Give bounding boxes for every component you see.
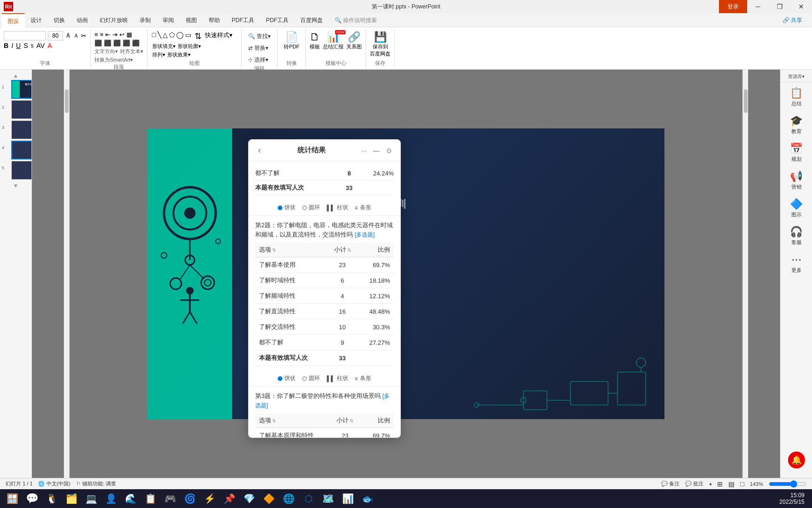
shape-triangle[interactable]: △ [163, 31, 168, 41]
find-button[interactable]: 🔍 查找▾ [245, 31, 273, 41]
notes-button[interactable]: 💬 备注 [661, 480, 679, 487]
rtl-direction[interactable]: ↩ [119, 31, 125, 38]
justify[interactable]: ⬛ [123, 40, 130, 47]
save-btn[interactable]: 💾保存到百度网盘 [370, 31, 390, 57]
select-button[interactable]: ⊹ 选择▾ [245, 55, 271, 65]
sort-option-q3[interactable]: ⇅ [272, 418, 276, 423]
left-scrollbar[interactable] [64, 70, 70, 478]
list-bullets[interactable]: ≡ [94, 31, 98, 38]
right-scrollbar-canvas[interactable] [742, 70, 748, 478]
taskbar-app4[interactable]: 💻 [83, 490, 100, 507]
taskbar-app6[interactable]: 🌊 [122, 490, 139, 507]
hbar-chart-btn-q1[interactable]: ≡ 条形 [355, 204, 371, 212]
slides-scroll-up[interactable]: ▲ [2, 71, 30, 80]
slide-thumb-2[interactable] [11, 100, 32, 119]
replace-button[interactable]: ⇄ 替换▾ [245, 43, 271, 53]
ring-chart-btn-q1[interactable]: 圆环 [302, 204, 320, 212]
clear-format[interactable]: ✂ [81, 32, 86, 40]
shape-fill[interactable]: 形状填充▾ [152, 43, 176, 50]
right-scroll-thumb-canvas[interactable] [744, 89, 748, 113]
align-text[interactable]: 对齐文本▾ [120, 48, 143, 55]
sort-count-icon[interactable]: ⇅ [347, 247, 351, 253]
taskbar-app8[interactable]: 🎮 [162, 490, 179, 507]
pie-chart-btn-q2[interactable]: 饼状 [278, 374, 296, 382]
quick-styles[interactable]: 快速样式▾ [205, 31, 233, 41]
modal-more-button[interactable]: ··· [359, 146, 368, 155]
zoom-slider[interactable] [769, 480, 806, 488]
convert-pdf-btn[interactable]: 📄 转PDF [284, 31, 299, 50]
taskbar-app14[interactable]: 🗺️ [320, 490, 336, 507]
more-btn[interactable]: ⋯ 更多 [783, 251, 810, 277]
tab-search[interactable]: 🔍 操作说明搜索 [329, 13, 383, 27]
shape-line[interactable]: ╲ [157, 31, 161, 41]
font-family-input[interactable] [4, 31, 46, 40]
tab-baidu-netdisk[interactable]: 百度网盘 [295, 13, 329, 27]
italic-button[interactable]: I [11, 42, 13, 49]
bar-chart-btn-q2[interactable]: ▌▌ 柱状 [327, 374, 348, 382]
font-size-decrease[interactable]: Ａ [73, 32, 79, 40]
sort-count-q3[interactable]: ⇅ [350, 418, 353, 423]
view-reading[interactable]: ▤ [728, 480, 734, 488]
modal-back-button[interactable]: ‹ [255, 144, 264, 156]
hbar-chart-btn-q2[interactable]: ≡ 条形 [355, 374, 371, 382]
taskbar-app15[interactable]: 🐟 [359, 490, 376, 507]
indent-increase[interactable]: ⇥ [112, 31, 117, 38]
education-btn[interactable]: 🎓 教育 [783, 112, 810, 138]
taskbar-app3[interactable]: 🗂️ [63, 490, 80, 507]
taskbar-app12[interactable]: 💎 [241, 490, 258, 507]
indent-decrease[interactable]: ⇤ [105, 31, 110, 38]
planning-btn[interactable]: 📅 规划 [783, 140, 810, 166]
marketing-btn[interactable]: 📢 营销 [783, 167, 810, 193]
shadow-button[interactable]: s [31, 42, 33, 49]
view-normal[interactable]: ▪ [709, 480, 711, 488]
slide-thumb-3[interactable] [11, 120, 32, 139]
login-button[interactable]: 登录 [719, 0, 747, 13]
taskbar-app10[interactable]: ⚡ [201, 490, 218, 507]
slide-thumb-5[interactable] [11, 161, 32, 180]
shape-pentagon[interactable]: ⬠ [169, 31, 175, 41]
taskbar-powerpoint[interactable]: 📊 [339, 490, 356, 507]
slides-scroll-down[interactable]: ▼ [2, 182, 30, 190]
list-numbers[interactable]: ≡ [100, 31, 104, 38]
align-left[interactable]: ⬛ [94, 40, 102, 47]
left-scroll-thumb[interactable] [65, 89, 69, 113]
notification-badge[interactable]: 🔔 [788, 452, 805, 468]
template-btn[interactable]: 🗋模板 [310, 31, 320, 50]
relation-chart-btn[interactable]: 🔗关系图 [346, 31, 362, 50]
font-color-button[interactable]: A [47, 42, 52, 49]
shape-effects[interactable]: 形状效果▾ [167, 51, 191, 58]
view-slide-sorter[interactable]: ⊞ [717, 480, 723, 488]
tab-pdf-tool2[interactable]: PDF工具 [260, 13, 295, 27]
modal-minimize-button[interactable]: — [371, 146, 382, 155]
taskbar-app5[interactable]: 👤 [102, 490, 119, 507]
taskbar-app9[interactable]: 🌀 [181, 490, 198, 507]
modal-close-button[interactable]: ⊙ [384, 146, 394, 155]
taskbar-start[interactable]: 🪟 [4, 490, 21, 507]
taskbar-app7[interactable]: 📋 [142, 490, 159, 507]
comments-button[interactable]: 💬 批注 [685, 480, 703, 487]
tab-help[interactable]: 帮助 [203, 13, 226, 27]
sort-btn[interactable]: ⇅ [195, 31, 202, 41]
sort-option-icon[interactable]: ⇅ [272, 247, 276, 253]
strikethrough-button[interactable]: S [23, 42, 28, 49]
bar-chart-btn-q1[interactable]: ▌▌ 柱状 [327, 204, 348, 212]
align-right[interactable]: ⬛ [113, 40, 121, 47]
slide-thumb-1[interactable]: 电子工程师 [11, 80, 32, 99]
text-direction[interactable]: 文字方向▾ [94, 48, 118, 55]
taskbar-app13[interactable]: 🔶 [260, 490, 277, 507]
taskbar-wechat[interactable]: 💬 [23, 490, 40, 507]
shape-group1[interactable]: ◯ [176, 31, 184, 41]
taskbar-app11[interactable]: 📌 [221, 490, 238, 507]
summary-btn[interactable]: 📋 总结 [783, 84, 810, 110]
underline-button[interactable]: U [16, 42, 21, 49]
view-presenter[interactable]: □ [740, 480, 744, 488]
tab-transition[interactable]: 切换 [48, 13, 71, 27]
accessibility-info[interactable]: ⚐ 辅助功能: 调查 [76, 480, 116, 487]
tab-pdf-tools[interactable]: PDF工具 [226, 13, 260, 27]
shape-group2[interactable]: ▭ [185, 31, 191, 41]
ring-chart-btn-q2[interactable]: 圆环 [302, 374, 320, 382]
shape-outline[interactable]: 形状轮廓▾ [178, 43, 201, 50]
font-size-increase[interactable]: Ａ [65, 32, 71, 40]
taskbar-chrome[interactable]: 🌐 [280, 490, 297, 507]
support-btn[interactable]: 🎧 客服 [783, 223, 810, 249]
